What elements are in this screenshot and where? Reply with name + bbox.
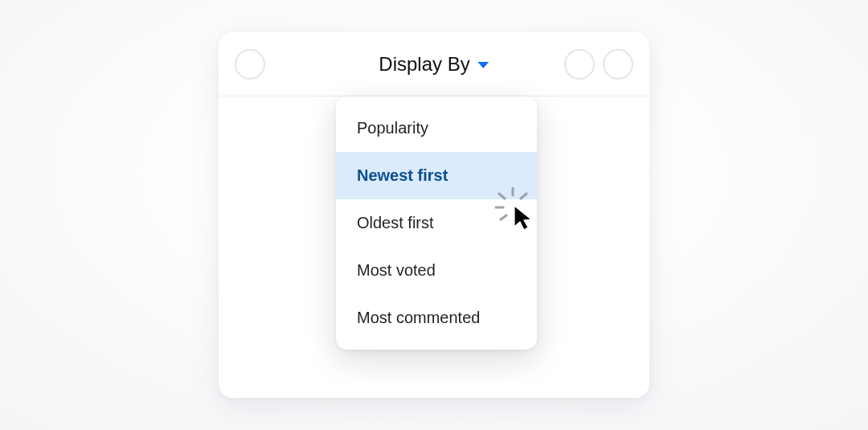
dropdown-item-label: Oldest first: [357, 214, 434, 231]
dropdown-item-most-commented[interactable]: Most commented: [336, 294, 537, 342]
display-by-dropdown-trigger[interactable]: Display By: [379, 53, 489, 76]
dropdown-item-label: Most voted: [357, 261, 436, 279]
dropdown-item-label: Newest first: [357, 166, 448, 184]
toolbar-right-placeholder-button-1[interactable]: [564, 49, 595, 80]
dropdown-item-newest-first[interactable]: Newest first: [336, 152, 537, 199]
caret-down-icon: [478, 62, 489, 68]
dropdown-item-label: Popularity: [357, 119, 428, 137]
toolbar-right-group: [564, 49, 633, 80]
display-by-dropdown: Popularity Newest first Oldest first Mos…: [336, 96, 537, 350]
dropdown-item-label: Most commented: [357, 309, 480, 326]
toolbar: Display By: [219, 32, 649, 96]
dropdown-item-most-voted[interactable]: Most voted: [336, 247, 537, 294]
dropdown-item-popularity[interactable]: Popularity: [336, 104, 537, 152]
toolbar-left-placeholder-button[interactable]: [235, 49, 265, 80]
display-by-label: Display By: [379, 53, 469, 76]
sort-card: Display By Popularity Newest first Oldes…: [219, 32, 649, 398]
toolbar-right-placeholder-button-2[interactable]: [603, 49, 633, 80]
dropdown-item-oldest-first[interactable]: Oldest first: [336, 199, 537, 247]
